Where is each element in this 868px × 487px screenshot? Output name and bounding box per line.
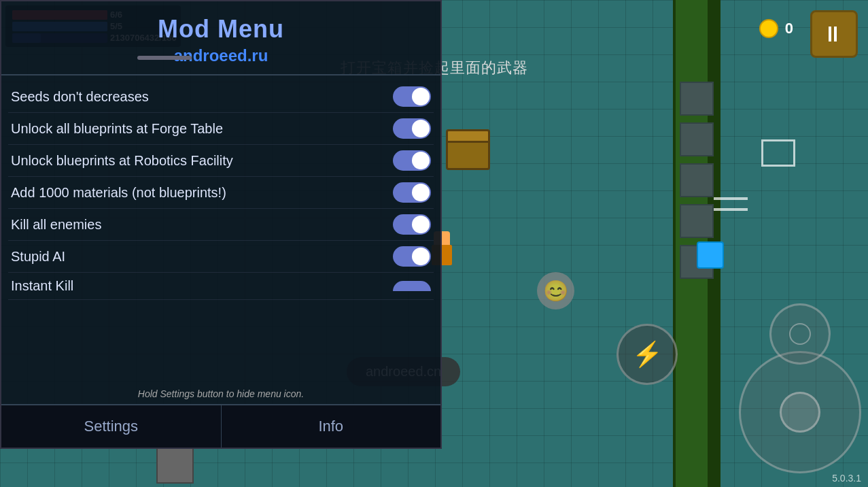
coin-count: 0 — [785, 20, 793, 37]
bottom-chest — [156, 446, 194, 484]
toggle-knob — [412, 248, 430, 265]
toggle-knob — [412, 120, 430, 137]
toggle-switch[interactable] — [393, 214, 431, 235]
menu-item: Stupid AI — [8, 241, 434, 273]
platform-box — [680, 163, 714, 197]
menu-item: Unlock blueprints at Robotics Facility — [8, 145, 434, 177]
mod-menu-title: Mod Menu — [8, 15, 434, 44]
menu-item-label: Instant Kill — [11, 278, 393, 294]
menu-item-label: Add 1000 materials (not blueprints!) — [11, 185, 393, 201]
settings-button[interactable]: Settings — [1, 405, 222, 448]
toggle-knob — [412, 216, 430, 233]
menu-divider — [1, 74, 440, 75]
toggle-switch[interactable] — [393, 118, 431, 139]
menu-item: Kill all enemies — [8, 209, 434, 241]
scroll-indicator — [137, 56, 192, 60]
chest — [446, 133, 490, 170]
dash-icon — [714, 197, 748, 211]
blue-item-icon — [697, 241, 724, 269]
menu-item-label: Unlock all blueprints at Forge Table — [11, 121, 393, 137]
platform-box — [680, 82, 714, 116]
menu-item: Instant Kill — [8, 273, 434, 300]
menu-item-label: Unlock blueprints at Robotics Facility — [11, 153, 393, 169]
lightning-icon: ⚡ — [632, 340, 663, 369]
toggle-knob — [412, 88, 430, 105]
mod-menu-subtitle: androeed.ru — [8, 46, 434, 65]
menu-buttons: Settings Info — [1, 404, 440, 448]
hold-settings-hint: Hold Settings button to hide menu icon. — [138, 388, 304, 399]
joystick-inner — [780, 392, 820, 433]
menu-item: Add 1000 materials (not blueprints!) — [8, 177, 434, 209]
toggle-switch[interactable] — [393, 182, 431, 203]
svg-point-0 — [790, 324, 810, 344]
menu-item: Seeds don't decreases — [8, 81, 434, 113]
toggle-switch[interactable] — [393, 246, 431, 267]
pause-icon: ⏸ — [822, 22, 846, 47]
attack-icon — [786, 320, 814, 348]
menu-footer: Hold Settings button to hide menu icon. — [1, 384, 440, 404]
joystick-area[interactable] — [739, 351, 861, 473]
menu-item-label: Kill all enemies — [11, 217, 393, 233]
toggle-switch[interactable] — [393, 150, 431, 171]
menu-items-list: Seeds don't decreasesUnlock all blueprin… — [1, 81, 440, 384]
toggle-knob — [412, 152, 430, 169]
pause-button[interactable]: ⏸ — [810, 10, 858, 58]
toggle-knob — [412, 184, 430, 201]
attack-button[interactable] — [769, 303, 831, 365]
menu-item-label: Seeds don't decreases — [11, 89, 393, 105]
toggle-switch[interactable] — [393, 86, 431, 107]
target-icon — [761, 139, 795, 167]
mod-menu-panel: Mod Menu androeed.ru Seeds don't decreas… — [0, 0, 442, 449]
menu-item-label: Stupid AI — [11, 249, 393, 265]
lightning-button[interactable]: ⚡ — [617, 324, 678, 385]
platform-box — [680, 204, 714, 238]
toggle-switch[interactable] — [393, 281, 431, 291]
info-button[interactable]: Info — [222, 405, 441, 448]
chest-lid — [446, 129, 490, 143]
coin-display: 0 — [759, 19, 793, 38]
coin-icon — [759, 19, 778, 38]
emote-button[interactable]: 😊 — [537, 272, 574, 309]
version-text: 5.0.3.1 — [832, 473, 861, 484]
menu-item: Unlock all blueprints at Forge Table — [8, 113, 434, 145]
mod-menu-header: Mod Menu androeed.ru — [1, 1, 440, 69]
platform-box — [680, 122, 714, 156]
